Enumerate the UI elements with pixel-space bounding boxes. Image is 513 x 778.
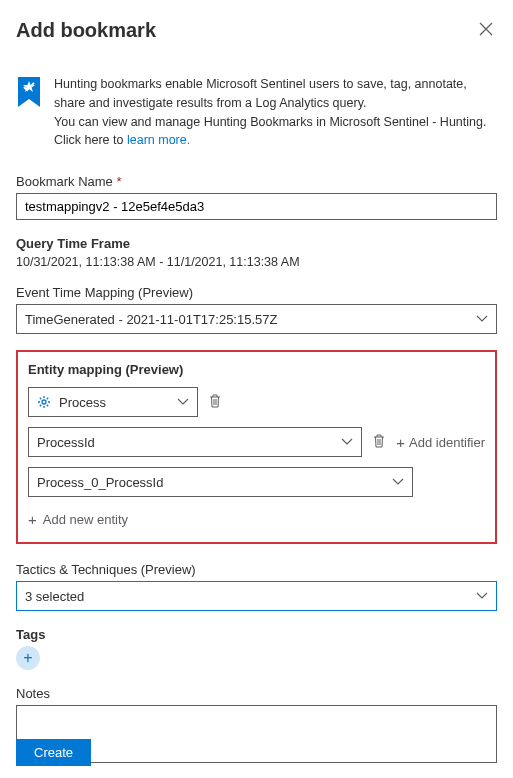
tactics-select[interactable]: 3 selected — [16, 581, 497, 611]
event-time-mapping-label: Event Time Mapping (Preview) — [16, 285, 497, 300]
panel-header: Add bookmark — [16, 16, 497, 45]
query-time-frame-value: 10/31/2021, 11:13:38 AM - 11/1/2021, 11:… — [16, 255, 497, 269]
trash-icon — [208, 394, 222, 408]
add-new-entity-button[interactable]: + Add new entity — [28, 511, 485, 528]
query-time-frame-group: Query Time Frame 10/31/2021, 11:13:38 AM… — [16, 236, 497, 269]
plus-icon: + — [23, 649, 32, 667]
close-icon — [479, 22, 493, 36]
add-tag-button[interactable]: + — [16, 646, 40, 670]
info-text: Hunting bookmarks enable Microsoft Senti… — [54, 75, 497, 150]
chevron-down-icon — [392, 475, 404, 489]
entity-type-select[interactable]: Process — [28, 387, 198, 417]
plus-icon: + — [28, 511, 37, 528]
entity-mapping-label: Entity mapping (Preview) — [28, 362, 485, 377]
event-time-mapping-select[interactable]: TimeGenerated - 2021-11-01T17:25:15.57Z — [16, 304, 497, 334]
footer: Create — [16, 739, 91, 766]
chevron-down-icon — [341, 435, 353, 449]
tags-group: Tags + — [16, 627, 497, 670]
info-block: Hunting bookmarks enable Microsoft Senti… — [16, 75, 497, 150]
chevron-down-icon — [177, 395, 189, 409]
bookmark-name-input[interactable] — [16, 193, 497, 220]
svg-point-0 — [42, 400, 46, 404]
identifier-select[interactable]: ProcessId — [28, 427, 362, 457]
plus-icon: + — [396, 434, 405, 451]
chevron-down-icon — [476, 589, 488, 603]
create-button[interactable]: Create — [16, 739, 91, 766]
tactics-label: Tactics & Techniques (Preview) — [16, 562, 497, 577]
bookmark-name-label: Bookmark Name * — [16, 174, 497, 189]
entity-mapping-section: Entity mapping (Preview) Process Process… — [16, 350, 497, 544]
identifier-value-select[interactable]: Process_0_ProcessId — [28, 467, 413, 497]
query-time-frame-label: Query Time Frame — [16, 236, 497, 251]
trash-icon — [372, 434, 386, 448]
tactics-group: Tactics & Techniques (Preview) 3 selecte… — [16, 562, 497, 611]
bookmark-icon — [16, 77, 42, 150]
bookmark-name-group: Bookmark Name * — [16, 174, 497, 220]
add-identifier-button[interactable]: + Add identifier — [396, 434, 485, 451]
delete-entity-button[interactable] — [206, 392, 224, 413]
panel-title: Add bookmark — [16, 19, 156, 42]
tags-label: Tags — [16, 627, 497, 642]
learn-more-link[interactable]: learn more. — [127, 133, 190, 147]
chevron-down-icon — [476, 312, 488, 326]
event-time-mapping-group: Event Time Mapping (Preview) TimeGenerat… — [16, 285, 497, 334]
delete-identifier-button[interactable] — [370, 432, 388, 453]
close-button[interactable] — [475, 16, 497, 45]
notes-label: Notes — [16, 686, 497, 701]
gear-icon — [37, 395, 51, 409]
